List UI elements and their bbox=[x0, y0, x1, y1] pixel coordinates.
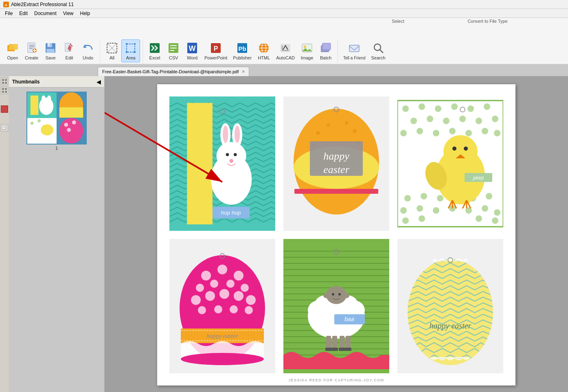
svg-point-163 bbox=[241, 284, 249, 292]
open-label: Open bbox=[7, 55, 18, 60]
menu-document[interactable]: Document bbox=[31, 10, 60, 17]
open-button[interactable]: Open bbox=[3, 39, 22, 62]
svg-point-169 bbox=[198, 306, 206, 314]
svg-text:A: A bbox=[5, 3, 7, 7]
toolbar-sections: Open Create Save Edit bbox=[3, 32, 565, 64]
svg-point-49 bbox=[374, 44, 381, 50]
area-button[interactable]: Area bbox=[121, 39, 140, 62]
card-bunny: hop hop bbox=[169, 96, 275, 231]
image-button[interactable]: Image bbox=[298, 39, 316, 62]
image-icon bbox=[300, 42, 314, 55]
svg-point-161 bbox=[210, 280, 218, 288]
svg-text:W: W bbox=[189, 44, 196, 53]
svg-point-118 bbox=[443, 118, 450, 124]
svg-point-123 bbox=[417, 128, 423, 134]
svg-point-117 bbox=[427, 116, 433, 122]
search-button[interactable]: Search bbox=[368, 39, 388, 62]
all-button[interactable]: All bbox=[103, 39, 121, 62]
tab-bar: Free-Easter-Basket-Gift-Tag-Printable-Do… bbox=[0, 65, 568, 76]
convert-label: Convert to File Type bbox=[204, 19, 568, 24]
menu-edit[interactable]: Edit bbox=[16, 10, 31, 17]
html-button[interactable]: HTML bbox=[254, 39, 273, 62]
svg-point-143 bbox=[419, 215, 425, 222]
svg-point-130 bbox=[421, 193, 427, 199]
svg-rect-70 bbox=[59, 107, 83, 118]
powerpoint-button[interactable]: P PowerPoint bbox=[202, 39, 230, 62]
left-icon-grid[interactable] bbox=[1, 78, 8, 85]
svg-text:happy easter: happy easter bbox=[430, 321, 472, 331]
svg-point-158 bbox=[217, 265, 227, 274]
svg-rect-14 bbox=[46, 49, 55, 53]
csv-icon bbox=[167, 42, 180, 55]
tell-icon bbox=[348, 42, 361, 55]
svg-point-111 bbox=[419, 103, 425, 110]
sidebar: Thumbnails ◀ bbox=[9, 76, 105, 392]
svg-point-144 bbox=[476, 215, 482, 222]
svg-rect-21 bbox=[134, 43, 136, 45]
html-label: HTML bbox=[258, 55, 270, 60]
undo-button[interactable]: Undo bbox=[79, 39, 97, 62]
svg-rect-58 bbox=[5, 91, 7, 93]
svg-point-74 bbox=[41, 125, 53, 136]
svg-rect-47 bbox=[322, 43, 331, 50]
svg-point-135 bbox=[400, 207, 407, 214]
svg-text:peep: peep bbox=[473, 175, 484, 181]
svg-text:happy: happy bbox=[323, 150, 349, 162]
svg-point-75 bbox=[59, 118, 83, 143]
svg-rect-55 bbox=[2, 88, 4, 90]
area-label: Area bbox=[126, 55, 135, 60]
svg-rect-20 bbox=[126, 43, 127, 45]
csv-button[interactable]: CSV bbox=[164, 39, 183, 62]
svg-point-67 bbox=[42, 96, 46, 102]
create-button[interactable]: Create bbox=[22, 39, 41, 62]
svg-point-112 bbox=[435, 105, 441, 112]
left-icon-list[interactable] bbox=[1, 87, 8, 94]
autocad-label: AutoCAD bbox=[276, 55, 295, 60]
svg-point-115 bbox=[484, 103, 490, 110]
svg-point-148 bbox=[443, 135, 478, 168]
svg-point-77 bbox=[72, 120, 76, 125]
svg-point-151 bbox=[452, 147, 456, 151]
menu-file[interactable]: File bbox=[2, 10, 16, 17]
all-label: All bbox=[110, 55, 114, 60]
batch-button[interactable]: Batch bbox=[316, 39, 335, 62]
html-icon bbox=[257, 42, 270, 55]
svg-point-140 bbox=[482, 205, 488, 212]
pdf-page: hop hop bbox=[157, 84, 515, 385]
thumbnail-page-1[interactable]: 1 bbox=[26, 92, 87, 151]
pdf-area[interactable]: hop hop bbox=[105, 76, 568, 392]
svg-rect-215 bbox=[325, 348, 332, 351]
svg-rect-217 bbox=[339, 348, 345, 351]
svg-point-121 bbox=[492, 116, 498, 122]
svg-point-145 bbox=[492, 217, 498, 224]
word-icon: W bbox=[186, 42, 199, 55]
menu-bar: File Edit Document View Help bbox=[0, 9, 568, 18]
tab-close-button[interactable]: × bbox=[242, 69, 245, 74]
menu-help[interactable]: Help bbox=[77, 10, 94, 17]
title-bar: A Able2Extract Professional 11 bbox=[0, 0, 568, 9]
image-label: Image bbox=[301, 55, 314, 60]
svg-point-98 bbox=[327, 123, 330, 127]
left-icon-pages[interactable] bbox=[1, 124, 8, 131]
excel-button[interactable]: Excel bbox=[145, 39, 164, 62]
left-icon-bookmark[interactable] bbox=[1, 105, 8, 113]
sidebar-toggle-button[interactable]: ◀ bbox=[94, 78, 103, 86]
word-button[interactable]: W Word bbox=[183, 39, 202, 62]
svg-point-170 bbox=[214, 305, 222, 313]
app-icon: A bbox=[3, 2, 9, 7]
svg-point-78 bbox=[67, 128, 71, 132]
save-button[interactable]: Save bbox=[41, 39, 60, 62]
svg-point-141 bbox=[494, 209, 500, 216]
autocad-button[interactable]: AutoCAD bbox=[273, 39, 298, 62]
menu-view[interactable]: View bbox=[60, 10, 77, 17]
svg-point-73 bbox=[37, 119, 41, 123]
svg-point-136 bbox=[417, 205, 423, 212]
publisher-button[interactable]: Pb Publisher bbox=[230, 39, 254, 62]
publisher-label: Publisher bbox=[233, 55, 252, 60]
svg-rect-65 bbox=[31, 96, 38, 115]
edit-button[interactable]: Edit bbox=[60, 39, 79, 62]
pdf-tab[interactable]: Free-Easter-Basket-Gift-Tag-Printable-Do… bbox=[98, 67, 249, 76]
svg-point-125 bbox=[449, 128, 456, 134]
tell-button[interactable]: Tell a Friend bbox=[340, 40, 368, 62]
csv-label: CSV bbox=[169, 55, 178, 60]
